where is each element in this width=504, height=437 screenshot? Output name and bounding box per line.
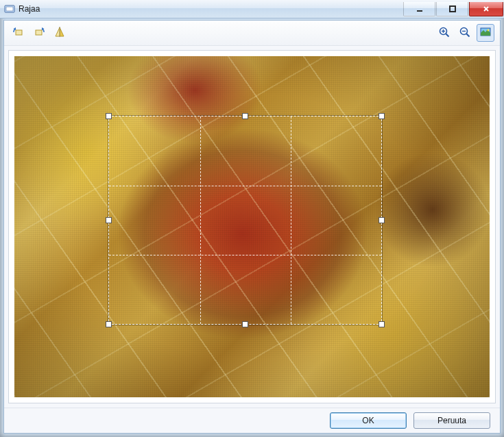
window-title: Rajaa xyxy=(19,4,40,14)
titlebar[interactable]: Rajaa xyxy=(0,0,504,18)
crop-handle-w[interactable] xyxy=(106,217,112,223)
cancel-button-label: Peruuta xyxy=(437,416,466,425)
crop-handle-s[interactable] xyxy=(242,321,248,327)
svg-point-17 xyxy=(488,29,490,31)
svg-rect-2 xyxy=(417,10,422,12)
svg-line-10 xyxy=(446,34,448,36)
flip-horizontal-button[interactable] xyxy=(51,24,69,42)
svg-rect-3 xyxy=(450,6,455,12)
rotate-left-icon xyxy=(12,26,25,40)
crop-handle-nw[interactable] xyxy=(106,113,112,119)
rotate-right-button[interactable] xyxy=(30,24,48,42)
crop-handle-n[interactable] xyxy=(242,113,248,119)
flip-horizontal-icon xyxy=(53,26,66,40)
svg-rect-1 xyxy=(6,7,13,11)
crop-rectangle[interactable] xyxy=(108,116,382,325)
rotate-left-button[interactable] xyxy=(10,24,27,42)
zoom-in-icon xyxy=(438,26,451,40)
fit-to-screen-icon xyxy=(479,26,492,40)
zoom-out-icon xyxy=(459,26,471,40)
rotate-right-icon xyxy=(33,26,45,40)
dialog-client-area: OK Peruuta xyxy=(3,20,501,434)
maximize-button[interactable] xyxy=(436,2,468,16)
zoom-in-button[interactable] xyxy=(435,24,453,42)
zoom-out-button[interactable] xyxy=(456,24,474,42)
crop-handle-e[interactable] xyxy=(379,217,385,223)
fit-to-screen-button[interactable] xyxy=(477,24,494,42)
window-control-buttons xyxy=(403,2,503,16)
close-button[interactable] xyxy=(469,2,503,16)
svg-rect-6 xyxy=(16,30,22,35)
image-canvas[interactable] xyxy=(8,50,496,403)
dialog-footer: OK Peruuta xyxy=(4,408,500,433)
minimize-button[interactable] xyxy=(403,2,435,16)
crop-handle-sw[interactable] xyxy=(106,321,112,327)
crop-dialog-window: Rajaa xyxy=(0,0,504,437)
cancel-button[interactable]: Peruuta xyxy=(413,412,490,429)
crop-handle-ne[interactable] xyxy=(379,113,385,119)
svg-line-14 xyxy=(466,34,469,36)
ok-button[interactable]: OK xyxy=(330,412,407,429)
svg-rect-7 xyxy=(36,30,42,35)
crop-handle-se[interactable] xyxy=(379,321,385,327)
rule-of-thirds-grid xyxy=(109,116,381,324)
app-icon xyxy=(4,3,15,14)
toolbar xyxy=(4,21,500,46)
ok-button-label: OK xyxy=(362,416,374,425)
